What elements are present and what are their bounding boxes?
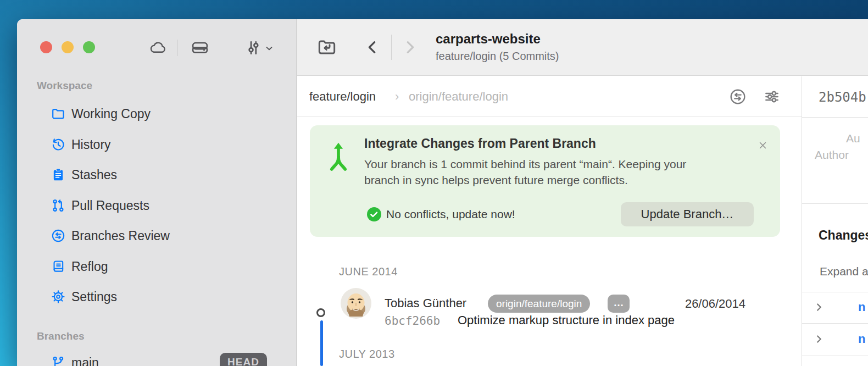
desktop-background: Workspace Working Copy <box>0 0 868 366</box>
stashes-icon <box>51 167 66 182</box>
branches-review-icon <box>51 228 66 243</box>
divider <box>802 203 868 204</box>
repo-subtitle: feature/login (5 Commits) <box>436 50 559 63</box>
branches-section-header: Branches <box>37 330 85 342</box>
forward-button[interactable] <box>402 39 418 56</box>
close-window-button[interactable] <box>40 41 52 53</box>
timeline-commit-node[interactable] <box>316 308 325 317</box>
window-controls <box>40 41 95 53</box>
commit-message[interactable]: Optimize markup structure in index page <box>458 313 675 328</box>
timeline-branch-line <box>320 320 323 366</box>
avatar[interactable] <box>341 288 371 319</box>
integrate-changes-banner: Integrate Changes from Parent Branch You… <box>310 125 780 237</box>
more-refs-badge[interactable]: … <box>608 295 630 313</box>
branch-name-label: main <box>71 356 99 366</box>
workspace-section-header: Workspace <box>37 80 92 92</box>
head-badge: HEAD <box>220 353 267 366</box>
commit-month-header: JUNE 2014 <box>339 265 398 278</box>
history-icon <box>51 137 66 152</box>
sidebar-item-pull-requests[interactable]: Pull Requests <box>17 195 297 217</box>
nav-divider <box>391 35 392 60</box>
sidebar-item-branches-review[interactable]: Branches Review <box>17 225 297 247</box>
detail-author-label: Author <box>815 148 849 162</box>
pull-request-icon <box>51 198 66 213</box>
banner-body: Your branch is 1 commit behind its paren… <box>364 157 725 188</box>
detail-meta-label: Au <box>846 132 860 145</box>
commit-detail-panel: 2b504b Au Author Changes Expand all n n <box>802 76 868 366</box>
detail-commit-hash: 2b504b <box>819 90 866 105</box>
sidebar-item-working-copy[interactable]: Working Copy <box>17 103 297 125</box>
commit-author: Tobias Günther <box>385 296 466 310</box>
banner-title: Integrate Changes from Parent Branch <box>364 136 596 151</box>
merge-branch-icon <box>325 134 352 182</box>
sidebar-item-label: Branches Review <box>71 229 170 243</box>
back-button[interactable] <box>364 39 381 56</box>
drive-icon[interactable] <box>190 38 210 58</box>
branch-ref-badge[interactable]: origin/feature/login <box>488 295 590 313</box>
commit-hash: 6bcf266b <box>385 314 440 328</box>
settings-gear-icon <box>51 289 66 304</box>
sidebar: Workspace Working Copy <box>17 19 297 366</box>
history-pane: feature/login › origin/feature/login <box>297 76 868 366</box>
chevron-right-icon[interactable] <box>813 301 825 313</box>
zoom-window-button[interactable] <box>83 41 95 53</box>
close-icon[interactable] <box>758 141 767 150</box>
expand-all-link[interactable]: Expand all <box>820 265 868 278</box>
divider <box>802 323 868 324</box>
branch-breadcrumb-bar: feature/login › origin/feature/login <box>297 76 802 117</box>
divider <box>802 292 868 292</box>
changed-file-name[interactable]: n <box>858 300 865 314</box>
chevron-right-icon[interactable] <box>813 333 825 345</box>
chevron-down-icon[interactable] <box>264 43 274 53</box>
breadcrumb-current-branch[interactable]: feature/login <box>309 90 376 104</box>
toolbar-divider <box>177 40 177 56</box>
sidebar-item-label: Working Copy <box>71 107 151 121</box>
check-circle-icon <box>367 207 381 221</box>
banner-status-text: No conflicts, update now! <box>386 208 515 221</box>
divider <box>802 356 868 356</box>
changed-file-name[interactable]: n <box>858 332 865 346</box>
commit-date: 26/06/2014 <box>682 297 745 311</box>
sidebar-item-history[interactable]: History <box>17 134 297 156</box>
update-branch-button[interactable]: Update Branch… <box>621 202 754 226</box>
breadcrumb-separator: › <box>395 90 399 104</box>
sidebar-item-label: History <box>71 137 111 152</box>
sidebar-item-settings[interactable]: Settings <box>17 286 297 308</box>
changes-header: Changes <box>819 228 868 243</box>
sidebar-item-stashes[interactable]: Stashes <box>17 164 297 186</box>
repo-title: carparts-website <box>436 31 541 47</box>
divider <box>802 117 868 118</box>
cloud-icon[interactable] <box>148 38 167 57</box>
reflog-icon <box>51 259 66 274</box>
folder-icon <box>51 106 66 121</box>
main-toolbar: carparts-website feature/login (5 Commit… <box>297 19 868 76</box>
sidebar-item-label: Stashes <box>71 168 117 182</box>
sidebar-item-label: Pull Requests <box>71 198 149 213</box>
sidebar-item-reflog[interactable]: Reflog <box>17 256 297 278</box>
sidebar-item-label: Reflog <box>71 259 108 274</box>
git-branch-icon <box>51 355 66 366</box>
minimize-window-button[interactable] <box>62 41 74 53</box>
repo-overview-icon[interactable] <box>316 36 338 58</box>
app-window: Workspace Working Copy <box>17 19 868 366</box>
breadcrumb-remote-branch[interactable]: origin/feature/login <box>409 90 508 104</box>
compare-branches-icon[interactable] <box>728 87 747 106</box>
filter-options-icon[interactable] <box>763 87 781 106</box>
sidebar-item-label: Settings <box>71 290 117 304</box>
sliders-icon[interactable] <box>244 38 263 57</box>
commit-month-header: JULY 2013 <box>339 348 395 361</box>
